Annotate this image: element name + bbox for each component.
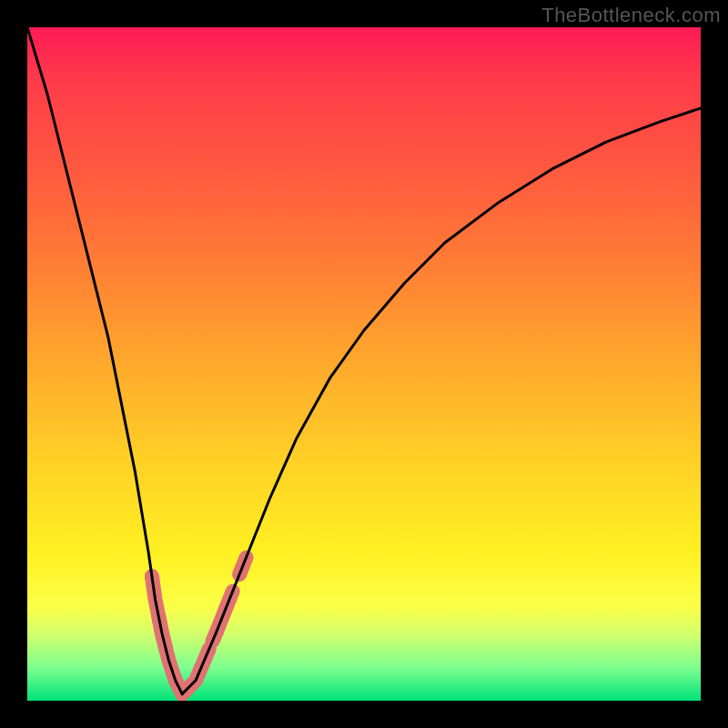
bottleneck-curve (27, 27, 701, 694)
curve-layer (27, 27, 701, 701)
curve-right-branch (182, 108, 701, 694)
watermark-text: TheBottleneck.com (541, 4, 721, 27)
plot-area (27, 27, 701, 701)
chart-frame: TheBottleneck.com (0, 0, 728, 728)
